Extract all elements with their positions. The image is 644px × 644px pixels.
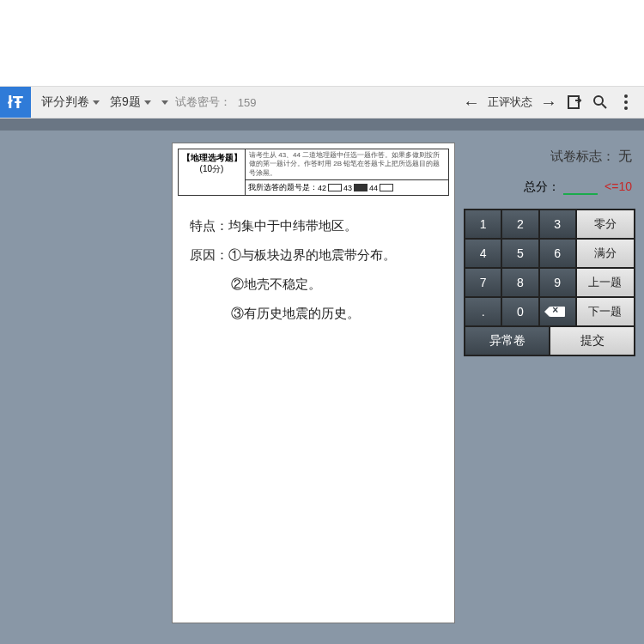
app-logo: łŦ	[0, 87, 31, 118]
caret-down-icon	[93, 100, 100, 105]
key-1[interactable]: 1	[465, 210, 501, 239]
key-prev-question[interactable]: 上一题	[576, 268, 635, 297]
kebab-icon	[624, 94, 628, 110]
total-label: 总分：	[524, 179, 560, 193]
question-choice-row: 我所选答的题号是： 42 43 44	[246, 179, 448, 195]
dark-strip	[0, 118, 644, 131]
svg-line-2	[602, 104, 606, 108]
review-status-label: 正评状态	[484, 94, 536, 110]
key-5[interactable]: 5	[501, 239, 538, 268]
paper-secret-dropdown[interactable]: 试卷密号： 159	[156, 87, 265, 118]
svg-rect-0	[568, 96, 579, 108]
caret-down-icon	[161, 100, 168, 105]
key-9[interactable]: 9	[539, 268, 576, 297]
paper-secret-prefix: 试卷密号：	[172, 94, 234, 110]
grading-label: 评分判卷	[41, 94, 89, 110]
hw-line: 特点：均集中于中纬带地区。	[190, 213, 437, 239]
score-panel: 试卷标志： 无 总分： <=10 1 2 3 零分 4 5 6 满分 7 8	[464, 143, 635, 356]
svg-point-4	[624, 100, 628, 104]
section-title: 【地理选考题】	[180, 152, 243, 163]
backspace-icon	[550, 307, 565, 317]
choice-box	[380, 184, 393, 191]
key-4[interactable]: 4	[465, 239, 501, 268]
qnum-1: 43	[343, 184, 352, 192]
max-score-hint: <=10	[605, 179, 632, 193]
key-3[interactable]: 3	[539, 210, 576, 239]
choice-box	[328, 184, 342, 191]
hw-line: ②地壳不稳定。	[190, 271, 437, 297]
key-dot[interactable]: .	[465, 297, 501, 326]
key-7[interactable]: 7	[465, 268, 501, 297]
search-button[interactable]	[587, 89, 613, 115]
menu-button[interactable]	[613, 89, 639, 115]
hw-line: ③有历史地震的历史。	[190, 301, 437, 326]
key-zero-score[interactable]: 零分	[576, 210, 635, 239]
svg-point-5	[624, 106, 628, 110]
key-backspace[interactable]	[539, 297, 576, 326]
key-abnormal[interactable]: 异常卷	[465, 326, 550, 355]
caret-down-icon	[144, 100, 151, 105]
arrow-right-icon: →	[540, 93, 557, 112]
export-button[interactable]	[562, 89, 587, 115]
answer-sheet[interactable]: 【地理选考题】 (10分) 请考生从 43、44 二道地理题中任选一题作答。如果…	[172, 143, 455, 623]
key-next-question[interactable]: 下一题	[576, 297, 635, 326]
search-icon	[592, 94, 609, 111]
choose-label: 我所选答的题号是：	[248, 182, 318, 193]
svg-point-3	[624, 94, 628, 98]
toolbar: łŦ 评分判卷 第9题 试卷密号： 159 ← 正评状态 →	[0, 86, 644, 118]
key-2[interactable]: 2	[501, 210, 538, 239]
key-full-score[interactable]: 满分	[576, 239, 635, 268]
svg-point-1	[594, 96, 603, 105]
section-points: (10分)	[180, 163, 243, 174]
question-dropdown[interactable]: 第9题	[105, 87, 156, 118]
key-6[interactable]: 6	[539, 239, 576, 268]
grading-dropdown[interactable]: 评分判卷	[36, 87, 105, 118]
keypad: 1 2 3 零分 4 5 6 满分 7 8 9 上一题 . 0 下一题	[464, 209, 635, 356]
handwriting-area: 特点：均集中于中纬带地区。 原因：①与板块边界的地震带分布。 ②地壳不稳定。 ③…	[178, 196, 449, 347]
key-submit[interactable]: 提交	[550, 326, 635, 355]
qnum-2: 44	[369, 184, 378, 192]
key-8[interactable]: 8	[501, 268, 538, 297]
score-input[interactable]	[563, 179, 598, 195]
qnum-0: 42	[318, 184, 326, 192]
question-label: 第9题	[110, 94, 141, 110]
section-instruction: 请考生从 43、44 二道地理题中任选一题作答。如果多做则按所做的第一题计分。作…	[246, 149, 448, 179]
next-arrow-button[interactable]: →	[536, 89, 562, 115]
mark-value: 无	[618, 149, 632, 163]
top-whitespace	[0, 0, 644, 86]
export-icon	[566, 94, 583, 111]
paper-secret-value: 159	[234, 96, 260, 109]
mark-label: 试卷标志：	[550, 149, 615, 163]
key-0[interactable]: 0	[501, 297, 538, 326]
arrow-left-icon: ←	[463, 93, 480, 112]
sheet-header: 【地理选考题】 (10分) 请考生从 43、44 二道地理题中任选一题作答。如果…	[178, 149, 449, 196]
hw-line: 原因：①与板块边界的地震带分布。	[190, 242, 437, 268]
work-area: 【地理选考题】 (10分) 请考生从 43、44 二道地理题中任选一题作答。如果…	[0, 118, 644, 644]
prev-arrow-button[interactable]: ←	[459, 89, 484, 115]
choice-box-filled	[354, 184, 368, 191]
